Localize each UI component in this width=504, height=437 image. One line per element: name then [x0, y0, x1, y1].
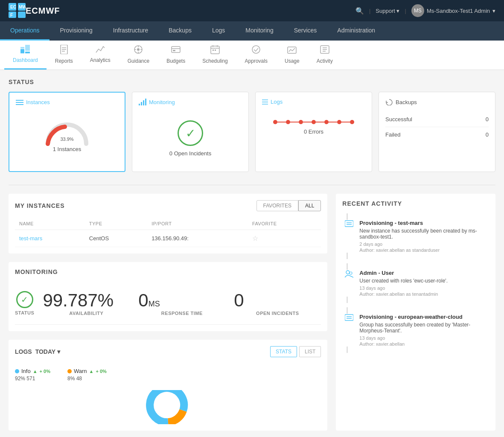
svg-rect-42: [143, 100, 144, 105]
dot-5: [324, 120, 329, 124]
logo-text: ECMWF: [26, 6, 60, 16]
main-content: STATUS Instances 33.9% 1 I: [0, 70, 504, 437]
nav-monitoring[interactable]: Monitoring: [235, 21, 283, 41]
nav-backups[interactable]: Backups: [158, 21, 202, 41]
subnav-guidance[interactable]: Guidance: [119, 41, 158, 70]
monitoring-response-time-value: 0MS: [138, 290, 225, 311]
dot-1: [273, 120, 277, 124]
stats-tab[interactable]: STATS: [270, 346, 297, 357]
approvals-icon: [251, 45, 261, 56]
dot-line-6: [341, 122, 350, 122]
subnav-usage[interactable]: Usage: [276, 41, 308, 70]
all-tab[interactable]: ALL: [298, 200, 321, 211]
nav-provisioning[interactable]: Provisioning: [50, 21, 102, 41]
support-link[interactable]: Support ▾: [376, 8, 399, 14]
activity-icon-0: [344, 220, 354, 253]
subnav-activity[interactable]: Activity: [308, 41, 341, 70]
subnav-budgets[interactable]: Budgets: [158, 41, 194, 70]
monitoring-open-incidents: 0 OPEN INCIDENTS: [234, 290, 321, 316]
gauge-container: 33.9% 1 Instances: [16, 112, 118, 157]
col-favorite: FAVORITE: [248, 218, 321, 230]
instance-name-link[interactable]: test-mars: [19, 235, 42, 242]
instances-table: NAME TYPE IP/PORT FAVORITE test-mars Cen…: [15, 218, 321, 247]
activity-desc-1: User created with roles 'ewc-user-role'.: [359, 278, 448, 284]
user-dropdown-icon: ▾: [492, 8, 495, 14]
logs-period-button[interactable]: TODAY ▾: [35, 348, 60, 355]
activity-item-1: Admin - User User created with roles 'ew…: [347, 263, 489, 303]
info-log-stat: Info ▲ + 0% 92% 571: [15, 368, 50, 382]
gauge-svg: 33.9%: [41, 116, 93, 146]
analytics-icon: [96, 45, 105, 55]
backup-row-failed: Failed 0: [385, 127, 489, 142]
monitoring-check-label: 0 Open Incidents: [169, 150, 211, 157]
dot-4: [312, 120, 316, 124]
instances-section-title: MY INSTANCES: [15, 202, 65, 209]
search-icon[interactable]: 🔍: [355, 7, 364, 15]
nav-services[interactable]: Services: [284, 21, 327, 41]
separator-2: |: [405, 8, 406, 14]
divider-1: [9, 185, 495, 185]
monitoring-availability-value: 99.787%: [43, 290, 130, 311]
svg-rect-47: [345, 221, 353, 227]
subnav-reports[interactable]: Reports: [47, 41, 82, 70]
activity-time-2: 13 days ago: [359, 335, 489, 341]
activity-author-0: Author: xavier.abellan as standarduser: [359, 248, 489, 253]
my-instances-section: MY INSTANCES FAVORITES ALL NAME TYPE IP/…: [9, 194, 327, 253]
svg-rect-21: [172, 47, 180, 52]
dots-line: [273, 120, 354, 124]
info-arrow-up-icon: ▲: [33, 369, 38, 374]
nav-infrastructure[interactable]: Infrastructure: [103, 21, 158, 41]
dot-line-2: [290, 122, 299, 122]
left-column: MY INSTANCES FAVORITES ALL NAME TYPE IP/…: [9, 194, 327, 431]
nav-logs[interactable]: Logs: [202, 21, 235, 41]
user-area[interactable]: MS Ms-Sandbox-Test1 Admin ▾: [411, 4, 495, 17]
warn-values: 8% 48: [67, 376, 107, 382]
activity-desc-0: New instance has successfully been creat…: [359, 228, 489, 240]
logs-icon: [262, 99, 268, 105]
monitoring-status-check: ✓: [16, 291, 33, 308]
logs-donut-chart: [143, 390, 194, 424]
subnav-analytics[interactable]: Analytics: [82, 41, 119, 70]
svg-rect-41: [141, 102, 142, 105]
separator-1: |: [369, 8, 370, 14]
dot-6: [337, 120, 341, 124]
logo-area: EC MW F ECMWF: [9, 3, 60, 18]
svg-rect-43: [145, 99, 146, 105]
favorite-star-icon[interactable]: ☆: [252, 235, 258, 242]
instances-tab-buttons: FAVORITES ALL: [256, 200, 321, 211]
user-avatar: MS: [411, 4, 424, 17]
status-cards: Instances 33.9% 1 Instances: [9, 92, 495, 172]
activity-title: RECENT ACTIVITY: [342, 200, 489, 207]
nav-operations[interactable]: Operations: [0, 21, 50, 41]
warn-dot-indicator: [67, 369, 72, 373]
status-title: STATUS: [9, 79, 495, 85]
activity-icon-2: [344, 314, 354, 347]
subnav-dashboard[interactable]: Dashboard: [4, 41, 47, 70]
nav-administration[interactable]: Administration: [327, 21, 385, 41]
backup-row-successful: Successful 0: [385, 112, 489, 127]
logs-stats: Info ▲ + 0% 92% 571 Warn ▲ + 0%: [15, 364, 321, 386]
sub-nav: Dashboard Reports Analytics Guidance Bud…: [0, 41, 504, 70]
col-ip: IP/PORT: [147, 218, 248, 230]
instances-card-title: Instances: [16, 99, 118, 105]
activity-icon: [320, 45, 329, 56]
main-nav: Operations Provisioning Infrastructure B…: [0, 21, 504, 41]
logs-title: LOGS TODAY ▾: [15, 348, 60, 355]
instances-table-body: test-mars CentOS 136.156.90.49: ☆: [15, 230, 321, 247]
subnav-approvals[interactable]: Approvals: [236, 41, 276, 70]
logs-section-header: LOGS TODAY ▾ STATS LIST: [15, 346, 321, 357]
activity-time-1: 13 days ago: [359, 286, 448, 291]
list-tab[interactable]: LIST: [299, 346, 321, 357]
logs-errors-label: 0 Errors: [304, 128, 323, 135]
monitoring-status-label: STATUS: [15, 310, 34, 315]
svg-rect-8: [20, 47, 24, 49]
instances-table-header-row: NAME TYPE IP/PORT FAVORITE: [15, 218, 321, 230]
subnav-scheduling[interactable]: Scheduling: [194, 41, 236, 70]
favorites-tab[interactable]: FAVORITES: [256, 200, 298, 211]
activity-icon-1: [344, 270, 354, 297]
logs-dots-container: 0 Errors: [262, 111, 365, 143]
activity-content-2: Provisioning - european-weather-cloud Gr…: [359, 314, 489, 347]
svg-rect-3: [18, 12, 26, 18]
svg-rect-7: [20, 49, 24, 53]
warn-arrow-up-icon: ▲: [89, 369, 94, 374]
